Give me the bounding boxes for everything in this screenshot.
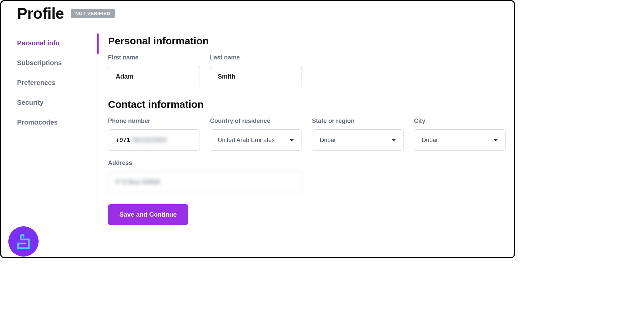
city-value: Dubai (422, 137, 437, 144)
country-select[interactable]: United Arab Emirates (210, 129, 302, 151)
address-row: Address (108, 160, 507, 193)
address-label: Address (108, 160, 303, 167)
name-row: First name Last name (108, 54, 507, 87)
state-label: State or region (312, 118, 404, 125)
sidebar-item-label: Personal info (17, 39, 60, 47)
content: Personal info Subscriptions Preferences … (1, 33, 514, 225)
chevron-down-icon (493, 139, 498, 141)
contact-info-heading: Contact information (108, 99, 507, 110)
city-select[interactable]: Dubai (414, 129, 506, 151)
profile-container: Profile NOT VERIFIED Personal info Subsc… (0, 0, 515, 258)
phone-label: Phone number (108, 118, 200, 125)
phone-input[interactable]: +971 581022565 (108, 129, 200, 151)
save-continue-button[interactable]: Save and Continue (108, 204, 188, 225)
first-name-group: First name (108, 54, 200, 87)
phone-obscured: 581022565 (132, 136, 167, 144)
sidebar-item-promocodes[interactable]: Promocodes (17, 112, 98, 132)
country-value: United Arab Emirates (218, 137, 275, 144)
brand-logo (8, 226, 39, 257)
sidebar: Personal info Subscriptions Preferences … (1, 33, 98, 225)
sidebar-item-label: Promocodes (17, 119, 58, 126)
sidebar-item-subscriptions[interactable]: Subscriptions (17, 53, 98, 73)
sidebar-item-label: Security (17, 99, 44, 106)
sidebar-item-label: Subscriptions (17, 59, 62, 66)
contact-row-1: Phone number +971 581022565 Country of r… (108, 118, 507, 151)
chevron-down-icon (391, 139, 396, 141)
first-name-input[interactable] (108, 66, 200, 87)
country-group: Country of residence United Arab Emirate… (210, 118, 302, 151)
phone-prefix: +971 (116, 136, 130, 144)
chevron-down-icon (289, 139, 294, 141)
main-panel: Personal information First name Last nam… (98, 33, 514, 225)
logo-icon (14, 232, 33, 251)
last-name-group: Last name (210, 54, 302, 87)
last-name-label: Last name (210, 54, 302, 61)
state-group: State or region Dubai (312, 118, 404, 151)
verification-badge: NOT VERIFIED (71, 9, 115, 18)
last-name-input[interactable] (210, 66, 302, 87)
sidebar-item-security[interactable]: Security (17, 93, 98, 112)
city-group: City Dubai (414, 118, 506, 151)
page-title: Profile (17, 4, 64, 22)
address-group: Address (108, 160, 303, 193)
country-label: Country of residence (210, 118, 302, 125)
sidebar-item-preferences[interactable]: Preferences (17, 73, 98, 93)
state-value: Dubai (320, 137, 335, 144)
state-select[interactable]: Dubai (312, 129, 404, 151)
sidebar-item-personal-info[interactable]: Personal info (17, 33, 98, 53)
address-input[interactable] (108, 171, 303, 193)
city-label: City (414, 118, 506, 125)
phone-group: Phone number +971 581022565 (108, 118, 200, 151)
personal-info-heading: Personal information (108, 35, 507, 47)
first-name-label: First name (108, 54, 200, 61)
sidebar-item-label: Preferences (17, 79, 56, 86)
sidebar-active-accent (97, 33, 99, 54)
header: Profile NOT VERIFIED (1, 1, 514, 24)
